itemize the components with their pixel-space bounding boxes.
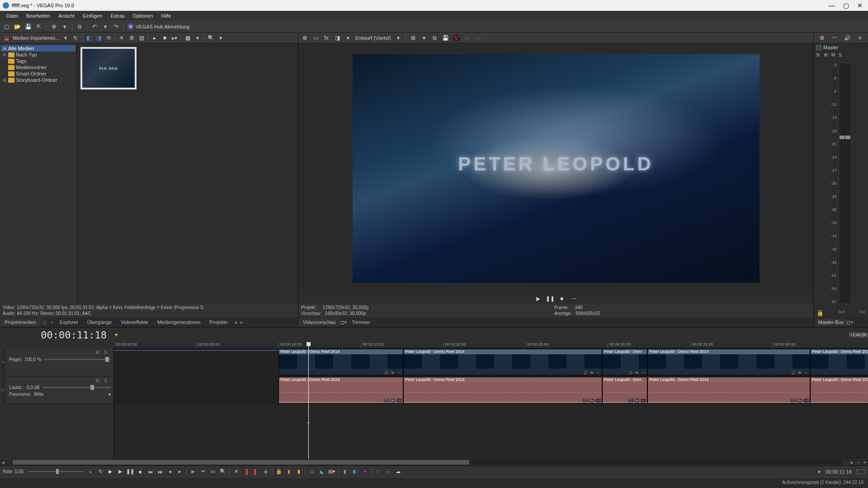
pause-button[interactable]: ❚❚ (127, 468, 134, 475)
tag-reset-icon[interactable]: ⟲ (105, 34, 112, 42)
audio-clip[interactable]: Peter Leopold - Demo Reel 2014▢fx⋯ (647, 377, 810, 404)
tree-medienordner[interactable]: Medienordner (1, 64, 75, 70)
master-mute-button[interactable]: M (831, 52, 835, 57)
audio-clip[interactable]: Peter Leopold - Dem▢fx⋯ (602, 377, 647, 404)
audio-track[interactable]: Peter Leopold - Demo Reel 2014▢fx⋯Peter … (114, 376, 868, 404)
scroll-right-icon[interactable]: ▸ (849, 460, 855, 465)
upload-icon[interactable]: ☁ (394, 468, 401, 475)
go-end-button[interactable]: ⏭ (156, 468, 164, 475)
trim-start-icon[interactable]: ▐ (242, 468, 250, 475)
next-frame-button[interactable]: ▸ (176, 468, 184, 475)
loop-button[interactable]: ↻ (97, 468, 104, 475)
minimize-button[interactable]: — (829, 2, 835, 9)
preview-overlays-dropdown-icon[interactable]: ▾ (420, 34, 428, 42)
properties-icon[interactable]: ⚙ (50, 23, 57, 30)
import-dropdown-icon[interactable]: ▾ (62, 34, 69, 42)
time-ruler[interactable]: 00:00:00:0000:00:05:0000:00:10:0000:00:1… (114, 342, 868, 348)
replace-media-icon[interactable]: ⬓ (3, 34, 10, 42)
tab-videovorschau[interactable]: Videovorschau (298, 318, 340, 326)
save-icon[interactable]: 💾 (24, 23, 32, 30)
search-icon[interactable]: 🔍 (207, 34, 214, 42)
menu-extras[interactable]: Extras (107, 12, 128, 19)
split-icon[interactable]: ╪ (262, 468, 269, 475)
mixer-downmix-icon[interactable]: 🔊 (844, 34, 851, 42)
zoom-tool-icon[interactable]: 🔍 (219, 468, 226, 475)
vegas-hub[interactable]: V VEGAS Hub Abmeldung (127, 23, 189, 30)
menu-optionen[interactable]: Optionen (129, 12, 157, 19)
menu-ansicht[interactable]: Ansicht (55, 12, 78, 19)
preview-vegas-icon[interactable]: V (453, 34, 460, 42)
go-start-button[interactable]: ⏮ (146, 468, 154, 475)
audio-clip[interactable]: Peter Leopold - Demo Reel 2014▢fx⋯ (278, 377, 403, 404)
tab-master-bus[interactable]: Master-Bus (816, 319, 846, 326)
autoripple-icon[interactable]: ▤▾ (328, 468, 335, 475)
tab-explorer[interactable]: Explorer (55, 318, 83, 326)
tab-close3-icon[interactable]: × (850, 319, 853, 325)
master-automation-icon[interactable]: ⚙ (824, 52, 828, 57)
scroll-thumb[interactable] (13, 460, 469, 465)
views-dropdown-icon[interactable]: ▾ (194, 34, 201, 42)
delete-icon[interactable]: ✕ (232, 468, 240, 475)
search-dropdown-icon[interactable]: ▾ (217, 34, 224, 42)
audio-clip[interactable]: Peter Leopold - Demo Reel 2014▢fx⋯ (810, 377, 868, 404)
open-icon[interactable]: 📂 (14, 23, 21, 30)
pan-dropdown-icon[interactable]: ▾ (108, 392, 111, 397)
remove-icon[interactable]: ✕ (118, 34, 125, 42)
preview-extra1-icon[interactable]: ▭ (464, 34, 471, 42)
event-fx-icon[interactable]: fx (384, 468, 392, 475)
tabs-scroll-right-icon[interactable]: ▸ (239, 319, 245, 325)
refresh-icon[interactable]: ↻ (72, 34, 79, 42)
import-media-button[interactable]: Medien importieren... (13, 35, 59, 41)
stop-media-icon[interactable]: ■ (161, 34, 168, 42)
trim-end-icon[interactable]: ▌ (252, 468, 259, 475)
media-fx-icon[interactable]: ▤ (138, 34, 145, 42)
tab-pin-icon[interactable]: ◻ (41, 319, 48, 325)
snap-icon[interactable]: ⊔ (308, 468, 316, 475)
preview-more-icon[interactable]: ⋯ (570, 295, 577, 302)
tab-uebergaenge[interactable]: Übergänge (83, 318, 116, 326)
zoom-in-icon[interactable]: + (862, 460, 868, 465)
play-media-icon[interactable]: ▸ (151, 34, 158, 42)
video-clip[interactable]: Peter Leopold - Demo Reel 2014▢fx⋯ (647, 349, 810, 375)
tab-trimmer[interactable]: Trimmer (347, 318, 375, 326)
preview-extra2-icon[interactable]: ▭ (475, 34, 482, 42)
tab-projektnotizen[interactable]: Projektn (205, 318, 232, 326)
preview-save-snapshot-icon[interactable]: 💾 (442, 34, 449, 42)
tab-projektmedien[interactable]: Projektmedien (0, 318, 41, 326)
video-track-header[interactable]: 1 M S Pegel: 100,0 % (0, 348, 113, 376)
preview-output-icon[interactable]: ▭ (312, 34, 319, 42)
marker-yellow-icon[interactable]: ▮ (295, 468, 302, 475)
video-clip[interactable]: Peter Leopold - Demo Reel 2014▢fx⋯ (810, 349, 868, 375)
preview-quality-dropdown-icon[interactable]: ▾ (395, 34, 402, 42)
video-level-slider[interactable] (44, 359, 111, 360)
tab-mediengeneratoren[interactable]: Mediengeneratoren (153, 318, 205, 326)
media-props-icon[interactable]: ⚙ (128, 34, 135, 42)
copy-icon[interactable]: ⧉ (76, 23, 83, 30)
undo-icon[interactable]: ↶ (91, 23, 98, 30)
audio-clip[interactable]: Peter Leopold - Demo Reel 2014▢fx⋯ (403, 377, 602, 404)
tab-pin3-icon[interactable]: ◻ (846, 319, 850, 325)
scroll-left-icon[interactable]: ◂ (0, 460, 6, 465)
video-track[interactable]: Peter Leopold - Demo Reel 2014▢fx⋯Peter … (114, 348, 868, 376)
record-button[interactable]: ● (87, 468, 94, 475)
video-track-mute-solo[interactable]: M S (95, 350, 109, 355)
tab-videoeffekte[interactable]: Videoeffekte (116, 318, 153, 326)
marker-orange-icon[interactable]: ▮ (285, 468, 292, 475)
stop-button[interactable]: ■ (137, 468, 144, 475)
tree-smart-ordner[interactable]: Smart-Ordner (1, 70, 75, 77)
tracks-area[interactable]: 00:00:00:0000:00:05:0000:00:10:0000:00:1… (114, 342, 868, 459)
audio-volume-slider[interactable] (42, 387, 111, 388)
lock-icon[interactable]: 🔒 (275, 468, 283, 475)
redo-icon[interactable]: ↷ (113, 23, 120, 30)
tab-pin2-icon[interactable]: ◻ (340, 319, 344, 325)
video-clip[interactable]: Peter Leopold - Demo Reel 2014▢fx⋯ (403, 349, 602, 375)
tree-tags[interactable]: Tags (1, 58, 75, 64)
media-thumbnail[interactable] (80, 47, 137, 89)
undo-dropdown-icon[interactable]: ▾ (102, 23, 109, 30)
rate-slider[interactable] (28, 471, 84, 472)
render-icon[interactable]: ⇱ (35, 23, 42, 30)
video-clip[interactable]: Peter Leopold - Demo Reel 2014▢fx⋯ (278, 349, 403, 375)
autoplay-icon[interactable]: ▸▾ (171, 34, 178, 42)
tree-storyboard[interactable]: ⊞Storyboard-Ordner (1, 77, 75, 83)
preview-quality-dropdown[interactable]: Entwurf (Viertel) (355, 35, 391, 41)
